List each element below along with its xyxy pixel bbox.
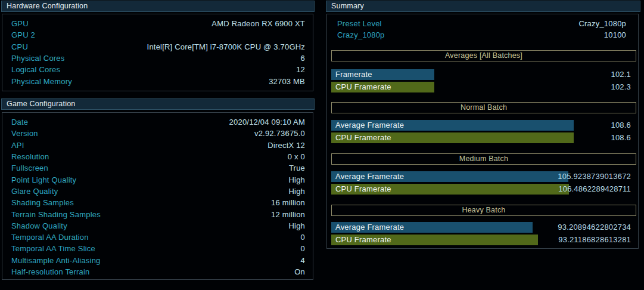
row-value: AMD Radeon RX 6900 XT: [211, 19, 305, 28]
framerate-bar-row: Average Framerate 108.6: [331, 120, 631, 131]
row-label: Glare Quality: [11, 187, 58, 196]
bar-value: 108.6: [611, 132, 631, 143]
row-label: Temporal AA Time Slice: [11, 244, 95, 253]
row-value: True: [289, 163, 305, 172]
row-label: Fullscreen: [11, 163, 48, 172]
row-label: Half-resolution Terrain: [11, 267, 90, 276]
table-row: API DirectX 12: [11, 140, 305, 151]
table-row: Point Light Quality High: [11, 174, 305, 185]
row-value: On: [294, 267, 305, 276]
hardware-configuration-panel: GPU AMD Radeon RX 6900 XT GPU 2 CPU Inte…: [2, 14, 313, 91]
table-row: Half-resolution Terrain On: [11, 266, 305, 277]
table-row: Glare Quality High: [11, 186, 305, 197]
bar-label: Average Framerate: [335, 171, 404, 182]
table-row: Temporal AA Time Slice 0: [11, 243, 305, 254]
preset-level-value: Crazy_1080p: [578, 19, 626, 28]
table-row: Resolution 0 x 0: [11, 151, 305, 162]
heavy-batch-header: Heavy Batch: [331, 205, 636, 216]
bar-label: CPU Framerate: [335, 82, 391, 92]
benchmark-results-screen: Hardware Configuration GPU AMD Radeon RX…: [0, 0, 644, 290]
table-row: CPU Intel[R] Core[TM] i7-8700K CPU @ 3.7…: [11, 41, 305, 53]
row-value: 2020/12/04 09:10 AM: [229, 118, 305, 127]
bar-value: 102.1: [611, 69, 631, 80]
table-row: Shading Samples 16 million: [11, 197, 305, 208]
row-label: Point Light Quality: [11, 175, 76, 184]
table-row: Multisample Anti-Aliasing 4: [11, 255, 305, 266]
section-header-label: Averages [All Batches]: [445, 51, 522, 60]
score-value: 10100: [604, 30, 626, 39]
table-row: Shadow Quality High: [11, 220, 305, 232]
bar-value: 93.21186828613281: [558, 235, 631, 245]
hardware-configuration-titlebar: Hardware Configuration: [1, 1, 315, 12]
bar-value: 102.3: [611, 82, 631, 92]
medium-batch-header: Medium Batch: [331, 153, 636, 165]
table-row: Crazy_1080p 10100: [337, 29, 626, 41]
cpu-framerate-bar-row: CPU Framerate 102.3: [331, 82, 631, 92]
framerate-bar-row: Average Framerate 93.20894622802734: [331, 222, 631, 233]
table-row: Terrain Shading Samples 12 million: [11, 208, 305, 220]
summary-title: Summary: [331, 2, 364, 10]
normal-batch-header: Normal Batch: [331, 102, 636, 113]
row-label: Temporal AA Duration: [11, 233, 89, 242]
row-value: 12 million: [271, 210, 305, 219]
row-label: Physical Memory: [11, 77, 72, 86]
row-label: Date: [11, 118, 28, 127]
bar-label: Average Framerate: [335, 120, 404, 131]
bar-value: 93.20894622802734: [558, 222, 631, 233]
section-header-label: Medium Batch: [459, 155, 508, 163]
game-configuration-title: Game Configuration: [7, 100, 75, 108]
bar-label: Average Framerate: [335, 222, 404, 233]
summary-column: Summary Preset Level Crazy_1080p Crazy_1…: [326, 0, 644, 290]
table-row: Physical Cores 6: [11, 53, 305, 64]
bar-value: 105.9238739013672: [558, 171, 631, 182]
table-row: Temporal AA Duration 0: [11, 232, 305, 243]
row-label: API: [11, 141, 24, 150]
row-label: GPU 2: [11, 30, 35, 39]
row-label: GPU: [11, 19, 29, 28]
section-header-label: Heavy Batch: [462, 206, 505, 214]
table-row: GPU 2: [11, 29, 305, 41]
row-value: High: [288, 175, 305, 184]
row-label: Shading Samples: [11, 198, 74, 207]
table-row: Fullscreen True: [11, 162, 305, 174]
table-row: Preset Level Crazy_1080p: [337, 18, 626, 29]
game-configuration-titlebar: Game Configuration: [1, 98, 315, 110]
left-column: Hardware Configuration GPU AMD Radeon RX…: [0, 0, 322, 290]
bar-value: 108.6: [611, 120, 631, 131]
row-label: Version: [11, 129, 38, 138]
row-label: Multisample Anti-Aliasing: [11, 256, 101, 265]
bar-label: Framerate: [335, 69, 372, 80]
row-value: v2.92.73675.0: [254, 129, 305, 138]
table-row: GPU AMD Radeon RX 6900 XT: [11, 18, 305, 29]
row-value: 16 million: [271, 198, 305, 207]
row-value: 12: [296, 65, 305, 74]
hardware-configuration-title: Hardware Configuration: [7, 2, 88, 10]
table-row: Version v2.92.73675.0: [11, 128, 305, 139]
row-value: 6: [301, 54, 305, 63]
framerate-bar-row: Average Framerate 105.9238739013672: [331, 171, 631, 182]
cpu-framerate-bar-row: CPU Framerate 106.4862289428711: [331, 184, 631, 195]
row-value: DirectX 12: [267, 141, 305, 150]
score-preset-label: Crazy_1080p: [337, 30, 385, 39]
row-label: Shadow Quality: [11, 221, 67, 230]
averages-all-batches-header: Averages [All Batches]: [331, 50, 636, 61]
row-label: Logical Cores: [11, 65, 60, 74]
framerate-bar-row: Framerate 102.1: [331, 69, 631, 80]
row-label: Terrain Shading Samples: [11, 210, 101, 219]
bar-label: CPU Framerate: [335, 132, 391, 143]
row-value: High: [288, 187, 305, 196]
section-header-label: Normal Batch: [461, 103, 507, 112]
bar-label: CPU Framerate: [335, 235, 391, 245]
row-value: 4: [301, 256, 305, 265]
table-row: Physical Memory 32703 MB: [11, 75, 305, 87]
row-label: Resolution: [11, 152, 49, 161]
bar-value: 106.4862289428711: [558, 184, 631, 195]
row-value: High: [288, 221, 305, 230]
row-value: 0 x 0: [288, 152, 305, 161]
row-label: Physical Cores: [11, 54, 65, 63]
row-value: 0: [301, 244, 305, 253]
cpu-framerate-bar-row: CPU Framerate 108.6: [331, 132, 631, 143]
row-value: 32703 MB: [269, 77, 305, 86]
row-label: CPU: [11, 42, 28, 51]
cpu-framerate-bar-row: CPU Framerate 93.21186828613281: [331, 235, 631, 245]
